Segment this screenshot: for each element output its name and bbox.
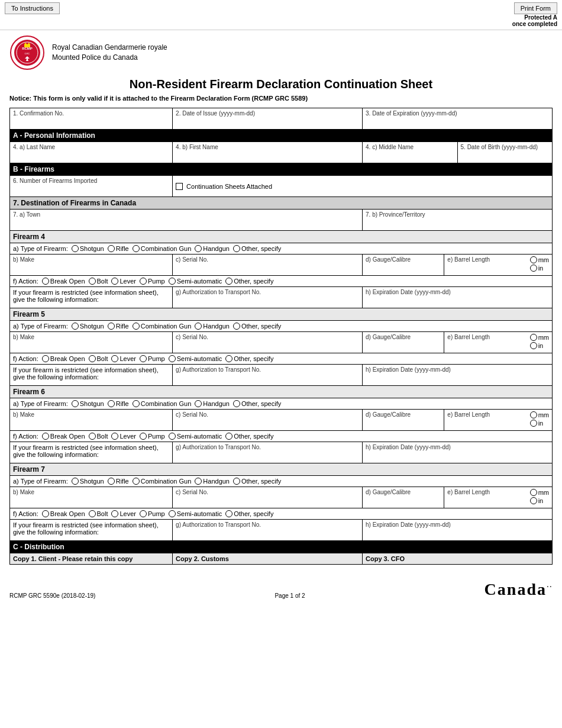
firearm5-mm-radio[interactable] bbox=[530, 334, 537, 341]
firearm4-lever-radio[interactable] bbox=[111, 278, 118, 285]
firearm5-barrel-input[interactable] bbox=[447, 340, 490, 351]
firearm6-breakopen-radio[interactable] bbox=[42, 433, 49, 440]
firearm5-combo-radio[interactable] bbox=[133, 323, 140, 330]
firearm4-other-radio[interactable] bbox=[233, 245, 240, 252]
firearm6-auth-input[interactable] bbox=[176, 450, 359, 461]
firearm6-semiauto-radio[interactable] bbox=[169, 433, 176, 440]
firearm5-other-radio[interactable] bbox=[233, 323, 240, 330]
firearm4-shotgun-radio[interactable] bbox=[72, 245, 79, 252]
firearm5-action-other-radio[interactable] bbox=[225, 355, 232, 362]
page: To Instructions Print Form Protected A o… bbox=[0, 0, 562, 728]
date-exp-input-area[interactable] bbox=[366, 117, 549, 127]
firearm5-make-input[interactable] bbox=[13, 340, 169, 351]
firearm5-bolt-radio[interactable] bbox=[89, 355, 96, 362]
firearm7-other-radio[interactable] bbox=[233, 478, 240, 485]
firearm6-bolt-radio[interactable] bbox=[89, 433, 96, 440]
last-name-input[interactable] bbox=[13, 150, 169, 161]
continuation-checkbox[interactable] bbox=[176, 183, 183, 190]
firearm4-barrel-input[interactable] bbox=[447, 263, 490, 273]
firearm6-handgun-radio[interactable] bbox=[195, 400, 202, 407]
firearm6-mm-radio[interactable] bbox=[530, 411, 537, 418]
firearm5-semiauto-radio[interactable] bbox=[169, 355, 176, 362]
province-input[interactable] bbox=[366, 218, 549, 228]
firearm4-auth-input[interactable] bbox=[176, 295, 359, 306]
firearm6-lever-radio[interactable] bbox=[111, 433, 118, 440]
firearm4-gauge-label: d) Gauge/Calibre bbox=[366, 256, 441, 263]
first-name-input[interactable] bbox=[176, 150, 359, 161]
firearm7-bolt-radio[interactable] bbox=[89, 510, 96, 517]
firearm6-exp-input[interactable] bbox=[366, 450, 549, 461]
header: RCMP GRC Royal Canadian Gendarmerie roya… bbox=[0, 30, 562, 73]
firearm7-mm-radio[interactable] bbox=[530, 489, 537, 496]
firearm4-pump-radio[interactable] bbox=[140, 278, 147, 285]
firearm6-make-input[interactable] bbox=[13, 418, 169, 429]
firearm7-semiauto-radio[interactable] bbox=[169, 510, 176, 517]
firearm5-shotgun-radio[interactable] bbox=[72, 323, 79, 330]
confirmation-input-area[interactable] bbox=[13, 117, 169, 127]
firearm6-shotgun-radio[interactable] bbox=[72, 400, 79, 407]
firearm4-mm-radio[interactable] bbox=[530, 256, 537, 263]
firearm6-gauge-barrel-cell: d) Gauge/Calibre e) Barrel Length bbox=[363, 410, 553, 431]
firearm5-in-radio[interactable] bbox=[530, 342, 537, 349]
num-firearms-cell: 6. Number of Firearms Imported bbox=[10, 176, 173, 197]
firearm7-type-group: a) Type of Firearm: Shotgun Rifle Combin… bbox=[13, 478, 549, 485]
firearm5-gauge-input[interactable] bbox=[366, 340, 441, 351]
firearm7-shotgun-radio[interactable] bbox=[72, 478, 79, 485]
firearm4-gauge-input[interactable] bbox=[366, 263, 441, 273]
firearm7-handgun-radio[interactable] bbox=[195, 478, 202, 485]
firearm5-lever-radio[interactable] bbox=[111, 355, 118, 362]
firearm4-serial-input[interactable] bbox=[176, 263, 359, 273]
firearm4-action-other-radio[interactable] bbox=[225, 278, 232, 285]
firearm6-pump-radio[interactable] bbox=[140, 433, 147, 440]
firearm5-serial-input[interactable] bbox=[176, 340, 359, 351]
org-line2: Mounted Police du Canada bbox=[52, 53, 167, 63]
firearm4-rifle-radio[interactable] bbox=[108, 245, 115, 252]
firearm5-auth-input[interactable] bbox=[176, 373, 359, 384]
firearm6-action-other-radio[interactable] bbox=[225, 433, 232, 440]
firearm7-serial-input[interactable] bbox=[176, 495, 359, 506]
firearm7-gauge-input[interactable] bbox=[366, 495, 441, 506]
num-firearms-input[interactable] bbox=[13, 184, 169, 195]
print-button[interactable]: Print Form bbox=[514, 2, 557, 14]
firearm5-make-label: b) Make bbox=[13, 334, 169, 340]
instructions-button[interactable]: To Instructions bbox=[5, 2, 60, 14]
firearm7-make-input[interactable] bbox=[13, 495, 169, 506]
firearm4-bolt-radio[interactable] bbox=[89, 278, 96, 285]
firearm5-handgun-radio[interactable] bbox=[195, 323, 202, 330]
firearm4-semiauto-radio[interactable] bbox=[169, 278, 176, 285]
date-issue-input-area[interactable] bbox=[176, 117, 359, 127]
firearm7-action-other-radio[interactable] bbox=[225, 510, 232, 517]
firearm4-in-radio[interactable] bbox=[530, 265, 537, 272]
firearm7-auth-input[interactable] bbox=[176, 528, 359, 539]
firearm7-rifle-radio[interactable] bbox=[108, 478, 115, 485]
firearm7-exp-input[interactable] bbox=[366, 528, 549, 539]
firearm5-breakopen-radio[interactable] bbox=[42, 355, 49, 362]
middle-name-input[interactable] bbox=[366, 150, 454, 161]
firearm4-combo-radio[interactable] bbox=[133, 245, 140, 252]
firearm4-handgun-radio[interactable] bbox=[195, 245, 202, 252]
dob-input[interactable] bbox=[461, 150, 549, 161]
firearm5-exp-input[interactable] bbox=[366, 373, 549, 384]
firearm4-auth-label: g) Authorization to Transport No. bbox=[176, 289, 359, 295]
town-input[interactable] bbox=[13, 218, 359, 228]
firearm4-exp-input[interactable] bbox=[366, 295, 549, 306]
firearm6-other-radio[interactable] bbox=[233, 400, 240, 407]
firearm4-breakopen-radio[interactable] bbox=[42, 278, 49, 285]
firearm6-serial-input[interactable] bbox=[176, 418, 359, 429]
form-table: 1. Confirmation No. 2. Date of Issue (yy… bbox=[9, 108, 553, 565]
firearm6-barrel-input[interactable] bbox=[447, 418, 490, 429]
num-firearms-label: 6. Number of Firearms Imported bbox=[13, 178, 169, 184]
firearm4-make-input[interactable] bbox=[13, 263, 169, 273]
firearm5-pump-radio[interactable] bbox=[140, 355, 147, 362]
firearm6-gauge-input[interactable] bbox=[366, 418, 441, 429]
firearm7-barrel-input[interactable] bbox=[447, 495, 490, 506]
firearm7-in-radio[interactable] bbox=[530, 497, 537, 504]
firearm6-combo-radio[interactable] bbox=[133, 400, 140, 407]
firearm7-lever-radio[interactable] bbox=[111, 510, 118, 517]
firearm6-rifle-radio[interactable] bbox=[108, 400, 115, 407]
firearm7-breakopen-radio[interactable] bbox=[42, 510, 49, 517]
firearm6-in-radio[interactable] bbox=[530, 420, 537, 427]
firearm7-combo-radio[interactable] bbox=[133, 478, 140, 485]
firearm7-pump-radio[interactable] bbox=[140, 510, 147, 517]
firearm5-rifle-radio[interactable] bbox=[108, 323, 115, 330]
